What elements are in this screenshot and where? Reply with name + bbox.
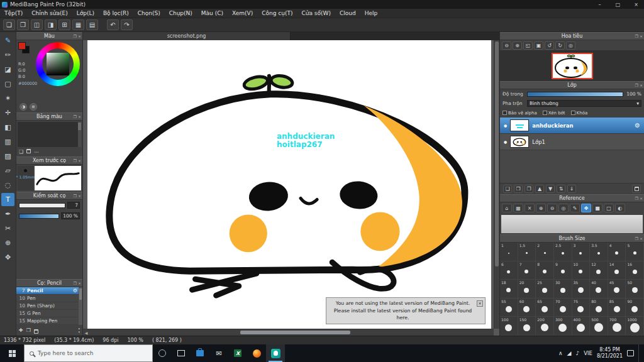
- brush-size-4[interactable]: 4: [608, 243, 626, 261]
- materials-icon[interactable]: ▤: [86, 19, 98, 30]
- navigator-thumbnail[interactable]: [552, 53, 593, 79]
- panel-close-icon[interactable]: ×: [640, 35, 643, 38]
- delete-swatch-icon[interactable]: [26, 149, 31, 155]
- brush-size-7[interactable]: 7: [518, 261, 536, 280]
- shape-tool[interactable]: ▱: [1, 164, 14, 177]
- brush-size-1000[interactable]: 1000: [626, 317, 644, 336]
- brush-size-75[interactable]: 75: [572, 299, 591, 317]
- eraser-tool[interactable]: ◪: [1, 63, 14, 76]
- duplicate-layer-icon[interactable]: ❐: [525, 185, 533, 193]
- brush-item-0[interactable]: 7Pencil⚙: [16, 287, 82, 295]
- zoom-tool[interactable]: ⊕: [1, 236, 14, 250]
- panel-float-icon[interactable]: ❐: [74, 282, 77, 285]
- network-icon[interactable]: ◢: [567, 351, 572, 356]
- fg-bg-swatches[interactable]: [18, 42, 30, 54]
- new-file-icon[interactable]: ❏: [3, 19, 15, 30]
- fg-color-swatch[interactable]: [18, 42, 26, 50]
- layer-checkbox-1[interactable]: Xén bớt: [543, 111, 565, 116]
- fill-tool[interactable]: ◧: [1, 121, 14, 134]
- layer-row-1[interactable]: ●Lớp1: [500, 134, 644, 150]
- palette-area[interactable]: [18, 122, 81, 147]
- grid-icon[interactable]: ▦: [72, 19, 84, 30]
- add-brush-icon[interactable]: ✚: [19, 328, 23, 333]
- action-center-icon[interactable]: [627, 350, 634, 356]
- brush-size-10[interactable]: 10: [572, 261, 591, 280]
- open-file-icon[interactable]: ❐: [17, 19, 29, 30]
- pencil-icon[interactable]: ✎: [570, 204, 580, 212]
- canvas-viewport[interactable]: anhduckieran hoitlap267 You are not usin…: [83, 40, 499, 336]
- layer-checkbox-0[interactable]: Bảo vệ alpha: [502, 111, 537, 116]
- scroll-left-icon[interactable]: ◀: [83, 331, 89, 335]
- target-icon[interactable]: ◎: [558, 204, 569, 212]
- menu-item-11[interactable]: Help: [360, 10, 382, 16]
- lasso-tool[interactable]: ◌: [1, 178, 14, 192]
- brush-size-200[interactable]: 200: [536, 317, 554, 336]
- rotate-right-icon[interactable]: ↻: [555, 41, 565, 50]
- brush-settings-icon[interactable]: ⚙: [73, 288, 77, 293]
- brush-size-35[interactable]: 35: [572, 280, 591, 299]
- brush-size-18[interactable]: 18: [500, 280, 518, 299]
- home-icon[interactable]: ⌂: [502, 204, 512, 212]
- taskbar-search[interactable]: Type here to search: [24, 344, 153, 362]
- brush-size-2-5[interactable]: 2.5: [554, 243, 572, 261]
- horizontal-scrollbar[interactable]: ◀: [83, 329, 494, 336]
- panel-close-icon[interactable]: ×: [78, 115, 81, 119]
- panel-float-icon[interactable]: ❐: [74, 115, 77, 119]
- brush-size-3[interactable]: 3: [572, 243, 591, 261]
- canvas-page[interactable]: anhduckieran hoitlap267: [87, 40, 491, 329]
- brush-size-30[interactable]: 30: [554, 280, 572, 299]
- brush-size-85[interactable]: 85: [608, 299, 626, 317]
- eyedropper-tool[interactable]: ✒: [1, 207, 14, 221]
- menu-item-4[interactable]: Chọn(S): [133, 10, 165, 16]
- zoom-in-icon[interactable]: ⊕: [536, 204, 546, 212]
- brush-size-slider[interactable]: [19, 203, 65, 208]
- menu-item-10[interactable]: Cloud: [335, 10, 360, 16]
- panel-float-icon[interactable]: ❐: [74, 159, 77, 163]
- layer-checkbox-2[interactable]: Khóa: [571, 111, 588, 116]
- panel-float-icon[interactable]: ❐: [635, 35, 638, 38]
- panel-close-icon[interactable]: ×: [640, 197, 643, 200]
- panel-float-icon[interactable]: ❐: [74, 35, 77, 38]
- color-sliders-icon[interactable]: ≡: [30, 103, 37, 111]
- store-icon[interactable]: [191, 344, 209, 362]
- menu-item-0[interactable]: Tệp(T): [0, 10, 27, 16]
- contrast-icon[interactable]: ◐: [615, 204, 625, 212]
- layer-row-0[interactable]: ●anhduckieran⚙: [500, 118, 644, 134]
- color-wheel-square[interactable]: [47, 53, 69, 75]
- panel-close-icon[interactable]: ×: [78, 159, 81, 163]
- brush-size-60[interactable]: 60: [518, 299, 536, 317]
- tray-expand-icon[interactable]: ∧: [558, 351, 563, 356]
- magic-wand-tool[interactable]: ✶: [1, 92, 14, 105]
- menu-item-7[interactable]: Xem(V): [228, 10, 257, 16]
- layer-opacity-slider[interactable]: [527, 92, 623, 97]
- pattern-tool[interactable]: ▨: [1, 150, 14, 163]
- layer-visibility-icon[interactable]: ●: [504, 140, 507, 144]
- brush-size-70[interactable]: 70: [554, 299, 572, 317]
- blend-mode-select[interactable]: Bình thường ▾: [527, 100, 641, 107]
- panel-close-icon[interactable]: ×: [78, 35, 81, 38]
- add-swatch-icon[interactable]: ❏: [19, 150, 23, 155]
- menu-item-5[interactable]: Chụp(N): [165, 10, 197, 16]
- close-icon[interactable]: ×: [525, 204, 535, 212]
- brush-folder-icon[interactable]: ❒: [26, 328, 31, 333]
- menu-item-6[interactable]: Màu (C): [197, 10, 228, 16]
- brush-size-16[interactable]: 16: [626, 261, 644, 280]
- pencil-tool[interactable]: ✏: [1, 48, 14, 62]
- brush-item-3[interactable]: 15G Pen: [16, 310, 82, 317]
- panel-float-icon[interactable]: ❐: [635, 84, 638, 87]
- brush-size-12[interactable]: 12: [590, 261, 608, 280]
- brush-size-55[interactable]: 55: [500, 299, 518, 317]
- layer-up-icon[interactable]: ▲: [535, 185, 544, 193]
- white-square-icon[interactable]: □: [604, 204, 614, 212]
- panel-close-icon[interactable]: ×: [78, 194, 81, 198]
- merge-layer-icon[interactable]: ⇓: [567, 185, 576, 193]
- brush-list-scrollbar[interactable]: [79, 287, 82, 325]
- delete-layer-icon[interactable]: [632, 185, 641, 193]
- actual-size-icon[interactable]: ▣: [534, 41, 543, 50]
- brush-size-50[interactable]: 50: [626, 280, 644, 299]
- add-layer-icon[interactable]: ❏: [503, 185, 512, 193]
- brush-size-value[interactable]: 7: [67, 202, 80, 209]
- hand-tool[interactable]: ✥: [1, 251, 14, 264]
- zoom-in-icon[interactable]: ⊕: [513, 41, 522, 50]
- brush-size-100[interactable]: 100: [500, 317, 518, 336]
